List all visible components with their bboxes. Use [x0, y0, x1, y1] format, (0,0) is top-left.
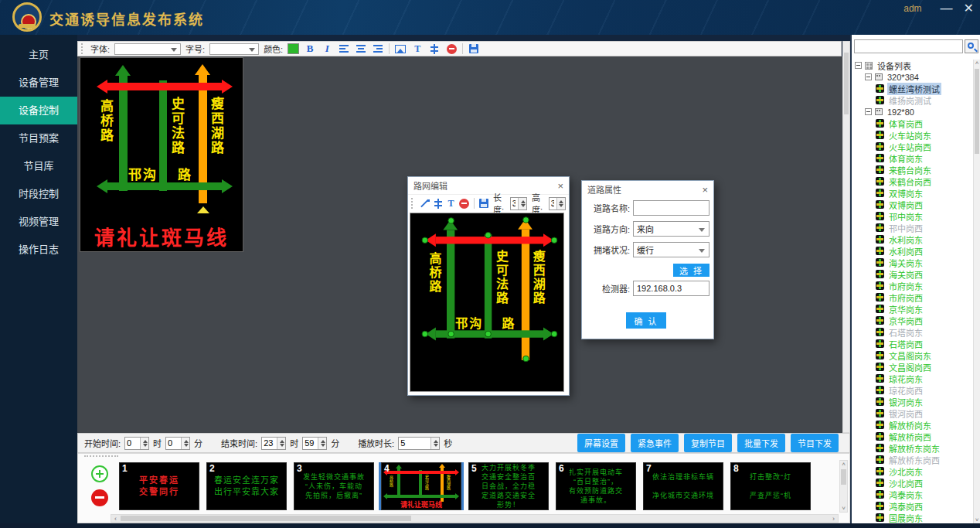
tree-device-item[interactable]: 文昌阁岗东 — [852, 349, 973, 361]
tree-root-item[interactable]: 设备列表 — [852, 60, 973, 71]
expand-icon[interactable] — [865, 73, 872, 80]
tree-device-item[interactable]: 石塔岗东 — [852, 326, 973, 338]
sidebar-item[interactable]: 主页 — [0, 41, 77, 69]
tree-group-item[interactable]: 320*384 — [852, 71, 973, 83]
text-icon[interactable]: T — [447, 197, 454, 209]
tree-group-item[interactable]: 192*80 — [852, 106, 973, 118]
close-icon[interactable]: × — [702, 185, 708, 195]
tree-device-item[interactable]: 维扬岗测试 — [852, 94, 973, 106]
align-center-icon[interactable] — [355, 43, 367, 55]
tree-device-item[interactable]: 螺丝湾桥测试 — [852, 83, 973, 94]
scroll-right-icon[interactable]: › — [829, 515, 838, 522]
line-pen-icon[interactable] — [420, 197, 430, 209]
spinner-arrows[interactable] — [140, 438, 148, 449]
tree-device-item[interactable]: 邗中岗东 — [852, 210, 973, 222]
align-right-icon[interactable] — [372, 43, 384, 55]
search-input[interactable] — [854, 39, 963, 53]
close-icon[interactable]: × — [557, 181, 563, 191]
delete-icon[interactable] — [459, 197, 469, 209]
panel-grip[interactable] — [84, 455, 118, 458]
tree-device-item[interactable]: 双博岗东 — [852, 187, 973, 199]
tree-device-item[interactable]: 水利岗西 — [852, 245, 973, 257]
delete-icon[interactable] — [445, 43, 458, 55]
playlist-thumbnail[interactable]: 4 高桥路 史可法路 瘦西湖路 请礼让斑马线 — [381, 462, 461, 510]
duration-input[interactable] — [399, 438, 430, 449]
italic-icon[interactable]: I — [321, 43, 333, 55]
playlist-thumbnail[interactable]: 7依法治理非标车辆 净化城市交通环境 — [643, 462, 723, 510]
color-swatch[interactable] — [288, 43, 299, 54]
close-icon[interactable]: ✕ — [964, 2, 974, 15]
scroll-left-icon[interactable]: ‹ — [111, 515, 120, 522]
node-handle[interactable] — [551, 331, 557, 337]
sidebar-item[interactable]: 节目库 — [0, 152, 77, 180]
sidebar-item[interactable]: 设备管理 — [0, 69, 77, 97]
height-input[interactable] — [550, 198, 556, 209]
spinner-arrows[interactable] — [556, 198, 565, 209]
tree-device-item[interactable]: 解放桥岗东 — [852, 419, 973, 431]
node-handle[interactable] — [522, 216, 529, 223]
tree-device-item[interactable]: 鸿泰岗西 — [852, 500, 973, 512]
road-icon[interactable] — [428, 43, 441, 55]
end-hour-input[interactable] — [262, 438, 276, 449]
node-handle[interactable] — [485, 331, 491, 337]
end-minute-input[interactable] — [303, 438, 317, 449]
search-button[interactable] — [965, 39, 978, 53]
scroll-up-icon[interactable]: ˄ — [840, 461, 847, 468]
playlist-thumbnail[interactable]: 3发生轻微交通事故“人未伤，车能动先拍照，后撤离” — [294, 462, 374, 510]
toolbar-grip[interactable] — [81, 43, 84, 54]
road-name-input[interactable] — [633, 200, 709, 216]
road-icon[interactable] — [434, 197, 442, 209]
node-handle[interactable] — [422, 237, 428, 244]
tree-device-item[interactable]: 琼花岗东 — [852, 373, 973, 384]
save-icon[interactable] — [468, 43, 480, 55]
tree-device-item[interactable]: 解放桥东岗西 — [852, 454, 973, 465]
tree-device-item[interactable]: 水利岗东 — [852, 233, 973, 245]
start-minute-input[interactable] — [166, 438, 180, 449]
playlist-horizontal-scrollbar[interactable]: ‹ › — [111, 514, 839, 523]
sidebar-item[interactable]: 操作日志 — [0, 236, 77, 264]
road-editor-canvas[interactable]: 高桥路 史可法路 瘦西湖路 邗沟 路 — [410, 213, 564, 392]
start-hour-input[interactable] — [125, 438, 139, 449]
tree-device-item[interactable]: 体育岗东 — [852, 152, 973, 164]
detector-input[interactable] — [633, 281, 709, 296]
spinner-arrows[interactable] — [277, 438, 285, 449]
length-input[interactable] — [511, 198, 517, 209]
size-select[interactable] — [209, 43, 259, 55]
scroll-up-icon[interactable]: ˄ — [974, 60, 980, 66]
device-tree-scrollbar[interactable]: ˄ ˅ — [973, 60, 980, 523]
tree-device-item[interactable]: 京华岗西 — [852, 315, 973, 326]
tree-device-item[interactable]: 海关岗东 — [852, 257, 973, 268]
road-editor-titlebar[interactable]: 路网编辑 × — [408, 177, 569, 194]
road-properties-titlebar[interactable]: 道路属性 × — [582, 181, 713, 198]
congestion-select[interactable]: 缓行 — [633, 242, 709, 257]
workspace-scrollbar[interactable] — [842, 41, 850, 433]
playlist-thumbnail[interactable]: 6扎实开展电动车“百日整治”，有效预防道路交通事故。 — [556, 462, 636, 510]
tree-device-item[interactable]: 市府岗西 — [852, 291, 973, 303]
tree-device-item[interactable]: 文昌阁岗西 — [852, 361, 973, 373]
scroll-down-icon[interactable]: ˅ — [974, 516, 980, 523]
node-handle[interactable] — [522, 356, 529, 362]
tree-device-item[interactable]: 体育岗西 — [852, 118, 973, 129]
sidebar-item[interactable]: 设备控制 — [0, 97, 77, 124]
tree-device-item[interactable]: 市府岗东 — [852, 280, 973, 291]
action-button[interactable]: 屏幕设置 — [577, 434, 625, 452]
tree-device-item[interactable]: 银河岗西 — [852, 407, 973, 419]
road-direction-select[interactable]: 来向 — [633, 221, 709, 237]
bold-icon[interactable]: B — [304, 43, 316, 55]
playlist-thumbnail[interactable]: 1平安春运交警同行 — [119, 462, 199, 510]
tree-device-item[interactable]: 石塔岗西 — [852, 338, 973, 349]
tree-device-item[interactable]: 沙北岗西 — [852, 477, 973, 489]
expand-icon[interactable] — [855, 62, 862, 69]
sidebar-item[interactable]: 视频管理 — [0, 208, 77, 236]
tree-device-item[interactable]: 双博岗西 — [852, 199, 973, 210]
node-handle[interactable] — [485, 232, 491, 238]
text-icon[interactable]: T — [411, 43, 424, 55]
tree-device-item[interactable]: 火车站岗西 — [852, 141, 973, 152]
node-handle[interactable] — [447, 217, 454, 223]
tree-device-item[interactable]: 海关岗西 — [852, 268, 973, 280]
action-button[interactable]: 紧急事件 — [631, 434, 679, 452]
tree-device-item[interactable]: 来鹤台岗东 — [852, 164, 973, 175]
action-button[interactable]: 批量下发 — [737, 434, 785, 452]
action-button[interactable]: 复制节目 — [684, 434, 732, 452]
add-program-button[interactable] — [91, 465, 108, 482]
